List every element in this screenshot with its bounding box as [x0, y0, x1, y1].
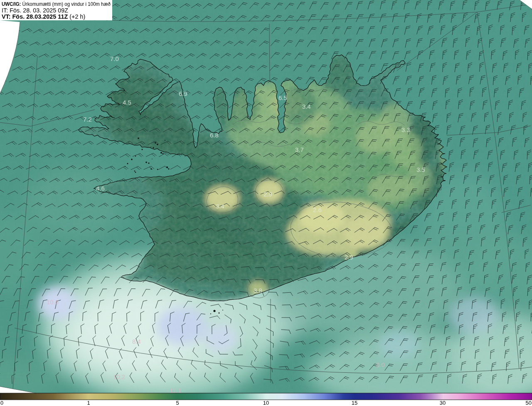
- svg-text:0: 0: [0, 400, 3, 406]
- svg-text:3.7: 3.7: [295, 146, 304, 153]
- svg-text:10: 10: [263, 400, 269, 406]
- svg-text:3.8: 3.8: [254, 287, 262, 294]
- svg-text:4.6: 4.6: [96, 185, 105, 192]
- svg-text:8.0: 8.0: [376, 361, 385, 368]
- svg-text:6.8: 6.8: [210, 132, 219, 139]
- svg-text:10.2: 10.2: [113, 373, 125, 380]
- svg-text:IT: Fös. 28. 03. 2025 09Z: IT: Fös. 28. 03. 2025 09Z: [2, 7, 68, 14]
- svg-text:3.3: 3.3: [401, 126, 410, 133]
- svg-text:3.4: 3.4: [216, 203, 224, 210]
- svg-text:8.4: 8.4: [132, 338, 141, 345]
- svg-text:5: 5: [176, 400, 179, 406]
- svg-text:30: 30: [440, 400, 446, 406]
- svg-text:2.9: 2.9: [264, 191, 272, 198]
- svg-text:50: 50: [526, 400, 532, 406]
- svg-text:6.5: 6.5: [278, 94, 287, 101]
- svg-text:7.2: 7.2: [83, 116, 92, 123]
- svg-text:15: 15: [352, 400, 357, 406]
- svg-text:4.5: 4.5: [123, 99, 131, 106]
- svg-text:1: 1: [87, 400, 90, 406]
- svg-text:3.4: 3.4: [302, 103, 311, 110]
- svg-text:10.6: 10.6: [47, 298, 59, 306]
- svg-text:3.5: 3.5: [416, 166, 425, 173]
- svg-text:7.0: 7.0: [110, 55, 119, 62]
- svg-text:6.9: 6.9: [179, 90, 187, 97]
- svg-text:2.9: 2.9: [345, 254, 353, 261]
- svg-text:2.6: 2.6: [313, 206, 322, 213]
- svg-text:UWC/IG: Úrkomumætti (mm) og vi: UWC/IG: Úrkomumætti (mm) og vindur i 100…: [2, 1, 111, 7]
- svg-text:11.1: 11.1: [170, 387, 181, 394]
- svg-text:VT: Fös. 28.03.2025 11Z (+2 h): VT: Fös. 28.03.2025 11Z (+2 h): [2, 13, 85, 20]
